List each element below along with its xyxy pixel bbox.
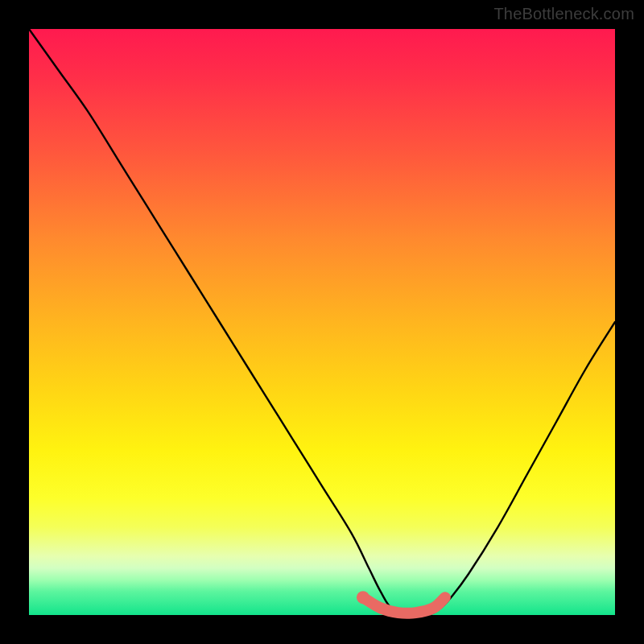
highlighted-valley — [363, 597, 445, 613]
curve-svg — [29, 29, 615, 615]
plot-area — [29, 29, 615, 615]
valley-left-knob — [357, 591, 369, 604]
attribution-label: TheBottleneck.com — [493, 5, 634, 23]
chart-frame: TheBottleneck.com — [0, 0, 644, 644]
bottleneck-curve — [29, 29, 615, 616]
